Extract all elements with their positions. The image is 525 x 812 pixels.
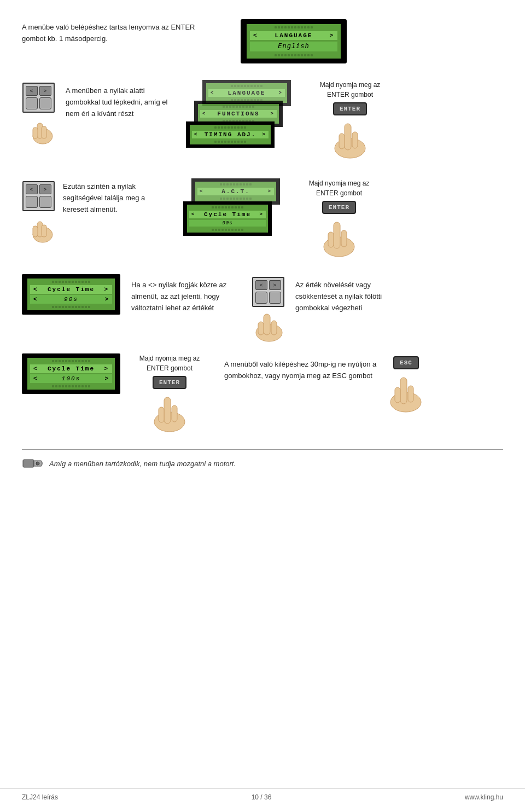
svg-rect-13: [334, 222, 340, 248]
warning-text: Amíg a menüben tartózkodik, nem tudja mo…: [49, 460, 236, 468]
nav-panel[interactable]: < >: [22, 83, 55, 113]
left-nav-btn-3[interactable]: <: [255, 280, 267, 290]
act-display: < A.C.T. >: [191, 178, 280, 205]
left-nav-btn-2[interactable]: <: [26, 184, 38, 194]
language-label: LANGUAGE: [258, 32, 330, 39]
right-square-btn-2[interactable]: [39, 196, 51, 208]
svg-rect-21: [164, 397, 171, 424]
svg-rect-17: [264, 314, 270, 335]
svg-rect-28: [23, 460, 34, 467]
left-square-btn[interactable]: [26, 97, 38, 109]
svg-rect-19: [258, 322, 264, 335]
svg-rect-18: [271, 321, 277, 335]
footer-website: www.kling.hu: [465, 793, 503, 801]
hand-enter-1-icon: [332, 118, 368, 159]
menu-stack-timing: < TIMING ADJ. >: [186, 121, 275, 148]
svg-rect-10: [33, 226, 38, 237]
cycle-time-90-display: < Cycle Time > < 90s >: [22, 274, 120, 315]
enter-button-3[interactable]: ENTER: [153, 376, 186, 389]
svg-rect-5: [345, 124, 351, 150]
hand-nav-icon: [22, 115, 55, 146]
svg-rect-23: [159, 407, 164, 422]
warning-note: Amíg a menüben tartózkodik, nem tudja mo…: [22, 449, 503, 472]
press-enter-2-text: Majd nyomja meg az ENTER gombot: [306, 178, 372, 198]
right-nav-btn-2[interactable]: >: [39, 184, 51, 194]
press-enter-1-text: Majd nyomja meg az ENTER gombot: [317, 80, 383, 100]
left-square-btn-2[interactable]: [26, 196, 38, 208]
nav-panel-3[interactable]: < >: [252, 277, 284, 307]
find-submenu-text: Ezután szintén a nyilak segítségével tal…: [63, 181, 164, 215]
svg-rect-26: [408, 386, 413, 402]
arrows-text: Ha a <> nyilak fogják közre az almenüt, …: [131, 280, 241, 314]
intro-text: A menübe való belépéshez tartsa lenyomva…: [22, 22, 197, 45]
hand-enter-2-icon: [322, 217, 357, 258]
exit-text: A menüből való kilépéshez 30mp-ig ne nyú…: [224, 359, 377, 382]
esc-button[interactable]: ESC: [393, 356, 419, 369]
navigate-text: A menüben a nyilak alatti gombokkal tud …: [66, 85, 175, 119]
right-nav-btn[interactable]: >: [39, 86, 51, 96]
hand-enter-3-icon: [152, 392, 188, 433]
motor-icon: [22, 455, 44, 472]
svg-rect-11: [42, 225, 46, 237]
svg-rect-6: [352, 132, 358, 148]
cycle-time-100-display: < Cycle Time > < 100s >: [22, 353, 120, 394]
hand-nav-3-icon: [252, 310, 284, 343]
svg-rect-7: [339, 134, 345, 149]
svg-rect-3: [42, 126, 46, 138]
enter-button-2[interactable]: ENTER: [322, 201, 356, 214]
svg-point-30: [36, 462, 39, 465]
svg-rect-2: [33, 127, 38, 138]
language-display-top: < LANGUAGE > English: [241, 19, 347, 63]
cycle-time-display: < Cycle Time > 90s: [183, 201, 272, 236]
svg-rect-25: [400, 378, 407, 404]
svg-rect-15: [328, 232, 334, 247]
right-square-btn[interactable]: [39, 97, 51, 109]
footer-title: ZLJ24 leírás: [22, 793, 58, 801]
language-value: English: [253, 43, 334, 50]
press-enter-3-text: Majd nyomja meg az ENTER gombot: [137, 353, 202, 373]
svg-rect-27: [395, 387, 400, 403]
svg-rect-31: [41, 462, 43, 465]
hand-esc-icon: [388, 372, 424, 413]
footer-page-number: 10 / 36: [252, 793, 272, 801]
svg-rect-14: [341, 230, 347, 247]
page-footer: ZLJ24 leírás 10 / 36 www.kling.hu: [0, 788, 525, 801]
right-arrow-1: >: [329, 32, 334, 39]
left-nav-btn[interactable]: <: [26, 86, 38, 96]
hand-nav-2-icon: [22, 214, 55, 244]
enter-button-1[interactable]: ENTER: [333, 102, 367, 115]
right-square-btn-3[interactable]: [269, 292, 281, 304]
increase-decrease-text: Az érték növelését vagy csökkentését a n…: [295, 280, 394, 314]
left-arrow-1: <: [253, 32, 258, 39]
right-nav-btn-3[interactable]: >: [269, 280, 281, 290]
nav-panel-2[interactable]: < >: [22, 181, 55, 211]
left-square-btn-3[interactable]: [255, 292, 267, 304]
svg-rect-22: [172, 405, 177, 422]
